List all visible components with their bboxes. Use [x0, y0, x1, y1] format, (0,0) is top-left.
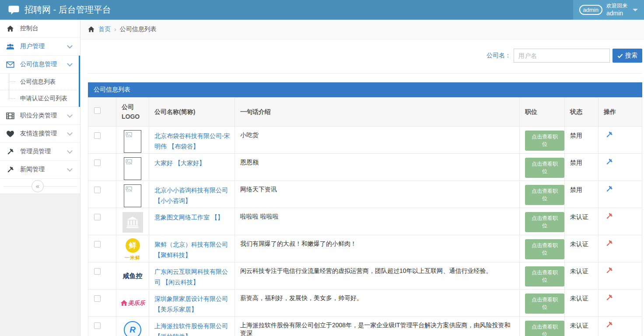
- sidebar-subitem-company-info-list[interactable]: 公司信息列表: [0, 74, 79, 90]
- sidebar-item-friend-links-management[interactable]: 友情连接管理: [0, 125, 80, 143]
- comment-icon: [8, 5, 20, 15]
- company-logo-circle-letter: R: [124, 321, 141, 336]
- table-row: 北京布袋谷科技有限公司-宋明伟 【布袋谷】 小吃货 点击查看职位 禁用: [88, 126, 642, 153]
- company-name-link[interactable]: 上海派拉软件股份有限公司 【派拉软件】: [154, 321, 234, 336]
- panel-title: 公司信息列表: [88, 82, 642, 97]
- search-label: 公司名：: [486, 52, 511, 60]
- broken-image-icon: [126, 132, 132, 138]
- gavel-action-icon[interactable]: [606, 321, 613, 329]
- row-checkbox[interactable]: [94, 132, 101, 139]
- gavel-action-icon[interactable]: [606, 212, 613, 220]
- breadcrumb-home-link[interactable]: 首页: [98, 25, 111, 33]
- chevron-down-icon: [67, 148, 73, 154]
- broken-image-icon: [126, 186, 132, 192]
- company-intro: 恩恩额: [235, 153, 520, 180]
- company-name-link[interactable]: 广东闲云互联网科技有限公司 【闲云科技】: [154, 266, 234, 288]
- company-logo-placeholder: [124, 157, 141, 180]
- row-checkbox[interactable]: [94, 241, 101, 248]
- app-brand: 招聘网 - 后台管理平台: [0, 0, 119, 20]
- sidebar-subitem-company-certification-list[interactable]: 申请认证公司列表: [0, 90, 79, 106]
- row-checkbox[interactable]: [94, 295, 101, 302]
- view-jobs-button[interactable]: 点击查看职位: [525, 239, 564, 259]
- row-checkbox[interactable]: [94, 268, 101, 275]
- company-name-link[interactable]: 聚鲜（北京）科技有限公司 【聚鲜科技】: [154, 239, 234, 261]
- chevron-down-icon: [67, 112, 73, 118]
- view-jobs-button[interactable]: 点击查看职位: [525, 131, 564, 151]
- caret-down-icon[interactable]: [633, 9, 638, 11]
- gavel-action-icon[interactable]: [606, 131, 613, 138]
- heart-icon: [6, 130, 14, 138]
- chevron-down-icon: [67, 166, 73, 172]
- gavel-action-icon[interactable]: [606, 294, 613, 301]
- search-bar: 公司名： 搜索: [88, 49, 642, 63]
- row-checkbox[interactable]: [94, 322, 101, 329]
- sidebar: 控制台 用户管理 公司信息管理 公司信息列表 申请认证公司列表 职位分类管理 友…: [0, 20, 80, 336]
- view-jobs-button[interactable]: 点击查看职位: [525, 266, 564, 286]
- company-intro: 我们有屌爆了的大叔！和嫩爆了的小鲜肉！: [235, 235, 520, 262]
- sidebar-active-group: 公司信息管理 公司信息列表 申请认证公司列表: [0, 56, 80, 107]
- sidebar-item-news-management[interactable]: 新闻管理: [0, 161, 80, 179]
- row-checkbox[interactable]: [94, 159, 101, 166]
- table-row: 鲜 一米鲜 聚鲜（北京）科技有限公司 【聚鲜科技】 我们有屌爆了的大叔！和嫩爆了…: [88, 235, 642, 262]
- sidebar-item-company-info-management[interactable]: 公司信息管理: [0, 56, 79, 74]
- view-jobs-button[interactable]: 点击查看职位: [525, 212, 564, 232]
- company-name-link[interactable]: 大家好 【大家好】: [154, 158, 205, 169]
- check-icon: [617, 53, 623, 59]
- view-jobs-button[interactable]: 点击查看职位: [525, 294, 564, 314]
- status-text: 未认证: [565, 208, 598, 235]
- chevron-down-icon: [67, 61, 73, 67]
- company-intro: 薪资高，福利好，发展快，美女多，帅哥好。: [235, 289, 520, 316]
- gavel-action-icon[interactable]: [606, 158, 613, 166]
- company-name-link[interactable]: 深圳象限家居设计有限公司 【美乐乐家居】: [154, 294, 234, 315]
- status-text: 未认证: [565, 316, 598, 336]
- company-name-link[interactable]: 北京小小咨询科技有限公司 【小小咨询】: [154, 185, 234, 206]
- sidebar-item-user-management[interactable]: 用户管理: [0, 38, 80, 56]
- gavel-action-icon[interactable]: [606, 240, 613, 247]
- company-logo-bank: [122, 212, 143, 233]
- bank-icon: [126, 216, 139, 228]
- users-icon: [6, 43, 14, 50]
- status-text: 禁用: [565, 180, 598, 208]
- row-checkbox[interactable]: [94, 214, 101, 220]
- welcome-text: 欢迎回来 admin: [606, 2, 627, 18]
- company-intro: 上海派拉软件股份有限公司创立于2008年，是一家企业级IT管理平台解决方案供应商…: [235, 316, 520, 336]
- gavel-action-icon[interactable]: [606, 185, 613, 193]
- company-name-link[interactable]: 意象图文网络工作室 【】: [154, 212, 224, 223]
- column-header-logo: 公司 LOGO: [116, 98, 149, 127]
- home-icon: [6, 25, 14, 32]
- view-jobs-button[interactable]: 点击查看职位: [525, 185, 564, 205]
- table-row: R 上海派拉软件股份有限公司 【派拉软件】 上海派拉软件股份有限公司创立于200…: [88, 316, 642, 336]
- table-row: 美乐乐 深圳象限家居设计有限公司 【美乐乐家居】 薪资高，福利好，发展快，美女多…: [88, 289, 642, 316]
- table-header-row: 公司 LOGO 公司名称(简称) 一句话介绍 职位 状态 操作: [88, 98, 642, 127]
- sidebar-collapse-button[interactable]: «: [32, 180, 44, 192]
- company-logo-meilele: 美乐乐: [117, 299, 148, 307]
- column-header-name: 公司名称(简称): [149, 98, 235, 127]
- user-menu[interactable]: admin 欢迎回来 admin: [573, 0, 644, 20]
- company-logo-placeholder: [124, 130, 141, 153]
- broken-image-icon: [126, 159, 132, 165]
- company-table: 公司 LOGO 公司名称(简称) 一句话介绍 职位 状态 操作 北京布袋谷科技有…: [88, 97, 642, 336]
- search-button[interactable]: 搜索: [612, 49, 642, 63]
- sidebar-item-job-category-management[interactable]: 职位分类管理: [0, 107, 80, 125]
- company-name-link[interactable]: 北京布袋谷科技有限公司-宋明伟 【布袋谷】: [154, 131, 234, 152]
- select-all-checkbox[interactable]: [94, 107, 101, 114]
- gavel-action-icon[interactable]: [606, 267, 613, 274]
- company-logo-yimixian: 鲜 一米鲜: [117, 238, 148, 261]
- sidebar-item-dashboard[interactable]: 控制台: [0, 20, 80, 38]
- status-text: 禁用: [565, 126, 598, 153]
- sidebar-item-admin-management[interactable]: 管理员管理: [0, 143, 80, 161]
- breadcrumb: 首页 › 公司信息列表: [80, 20, 644, 39]
- company-name-input[interactable]: [514, 49, 610, 63]
- sidebar-footer: [0, 194, 80, 336]
- view-jobs-button[interactable]: 点击查看职位: [525, 158, 564, 178]
- view-jobs-button[interactable]: 点击查看职位: [525, 321, 564, 336]
- chevron-down-icon: [67, 43, 73, 49]
- company-intro: 闲云科技专注于电信行业流量经营的虚拟运营商，团队超过10年以上互联网、通信行业经…: [235, 262, 520, 289]
- house-icon: [120, 300, 128, 306]
- company-intro: 啦啦啦 啦啦啦: [235, 208, 520, 235]
- row-checkbox[interactable]: [94, 187, 101, 193]
- avatar[interactable]: admin: [579, 5, 602, 15]
- status-text: 未认证: [565, 262, 598, 289]
- company-logo-placeholder: [124, 184, 141, 207]
- company-intro: 网络天下资讯: [235, 180, 520, 208]
